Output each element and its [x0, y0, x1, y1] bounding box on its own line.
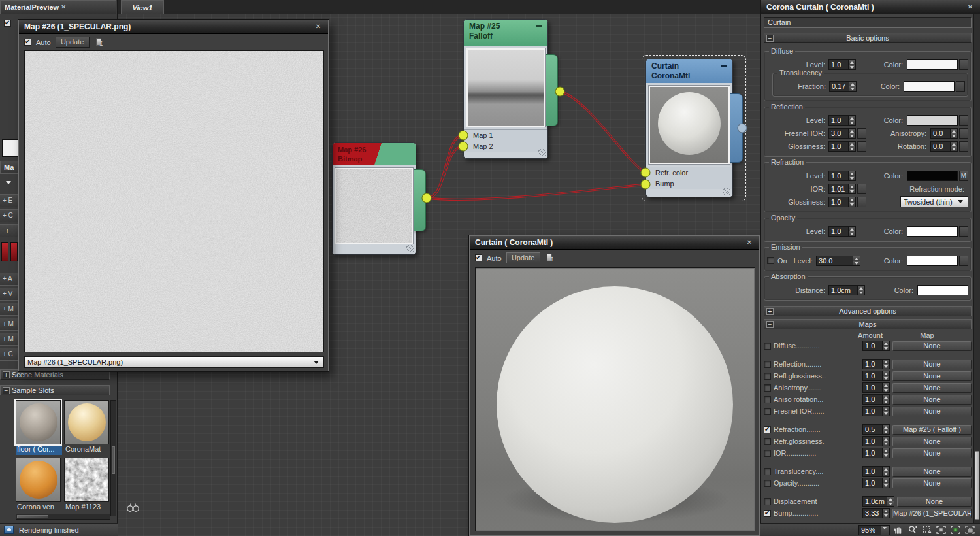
tab-view1[interactable]: View1 — [121, 0, 164, 14]
map-assign-button[interactable]: None — [897, 497, 972, 507]
zoom-region-icon[interactable] — [921, 525, 933, 535]
map-enable-checkbox[interactable] — [764, 343, 771, 350]
map-assign-button[interactable]: None — [892, 360, 972, 369]
pin-icon[interactable] — [94, 37, 103, 48]
minimize-icon[interactable] — [721, 65, 727, 67]
refraction-glossiness-spinner[interactable]: 1.0 — [828, 197, 856, 207]
tab-material-preview[interactable]: MaterialPreview — [0, 0, 116, 14]
sample-slot-corona-ven[interactable]: Corona ven — [16, 458, 62, 512]
parameter-panel-scrollbar[interactable] — [973, 14, 980, 523]
reflection-level-spinner[interactable]: 1.0 — [828, 115, 856, 126]
collapse-icon[interactable]: − — [3, 387, 10, 394]
map-enable-checkbox[interactable] — [764, 468, 771, 475]
auto-checkbox[interactable] — [24, 39, 31, 46]
minimize-icon[interactable] — [536, 25, 542, 27]
map-enable-checkbox[interactable] — [764, 373, 771, 380]
emission-level-spinner[interactable]: 30.0 — [816, 256, 860, 266]
node-map25-falloff[interactable]: Map #25 Falloff Map 1 Map 2 — [463, 19, 548, 159]
reflection-glossiness-spinner[interactable]: 1.0 — [828, 141, 856, 152]
sample-slot-thumbnail[interactable] — [16, 400, 61, 444]
sample-slots-rollout[interactable]: − Sample Slots — [0, 385, 110, 395]
basic-options-rollout[interactable]: − Basic options — [764, 33, 972, 43]
resize-grip-icon[interactable] — [538, 149, 546, 156]
refraction-ior-spinner[interactable]: 1.01 — [828, 184, 856, 194]
refraction-glossiness-map-button[interactable] — [857, 197, 866, 207]
preview-checkbox[interactable] — [4, 20, 11, 27]
reflection-glossiness-map-button[interactable] — [857, 141, 866, 152]
falloff-input-map2[interactable]: Map 2 — [464, 141, 547, 152]
map-assign-button[interactable]: Map #25 ( Falloff ) — [892, 425, 972, 435]
collapse-icon[interactable]: − — [766, 321, 774, 328]
bitmap-output-tab[interactable] — [413, 169, 426, 231]
map-assign-button[interactable]: None — [892, 467, 972, 477]
sample-slot-floor[interactable]: floor ( Cor... — [16, 400, 62, 455]
close-icon[interactable] — [314, 22, 323, 31]
map-assign-button[interactable]: None — [892, 448, 972, 458]
rotation-map-button[interactable] — [959, 141, 968, 152]
translucency-fraction-spinner[interactable]: 0.17 — [829, 81, 857, 92]
map-enable-checkbox[interactable] — [764, 510, 771, 517]
update-button[interactable]: Update — [506, 252, 540, 263]
parameter-panel-titlebar[interactable]: Corona Curtain ( CoronaMtl ) — [761, 0, 980, 14]
zoom-extents-selected-icon[interactable] — [949, 525, 962, 535]
resize-grip-icon[interactable] — [723, 188, 730, 195]
sample-slot-thumbnail[interactable] — [64, 458, 109, 502]
maps-rollout[interactable]: − Maps — [764, 319, 972, 329]
emission-color-map-button[interactable] — [959, 256, 968, 266]
map-amount-spinner[interactable]: 1.0 — [862, 394, 890, 405]
material-name-field[interactable]: Curtain — [764, 17, 972, 28]
fresnel-ior-map-button[interactable] — [857, 128, 866, 139]
slots-vertical-scrollbar[interactable] — [110, 400, 116, 516]
diffuse-color-map-button[interactable] — [959, 59, 968, 70]
map-assign-button[interactable]: None — [892, 478, 972, 488]
close-icon[interactable] — [966, 3, 975, 12]
zoom-extents-icon[interactable] — [935, 525, 947, 535]
map-enable-checkbox[interactable] — [764, 498, 771, 505]
map-amount-spinner[interactable]: 1.0 — [862, 436, 890, 446]
map-assign-button[interactable]: None — [892, 341, 972, 351]
color-swatch[interactable] — [2, 139, 20, 157]
curtain-input-bump[interactable]: Bump — [646, 178, 732, 189]
map-amount-spinner[interactable]: 1.0 — [862, 382, 890, 393]
curtain-input-refr-color[interactable]: Refr. color — [646, 167, 732, 178]
sample-slot-map1123[interactable]: Map #1123 — [64, 458, 110, 512]
absorption-color-swatch[interactable] — [917, 285, 968, 295]
map-amount-spinner[interactable]: 1.0cm — [862, 496, 894, 507]
advanced-options-rollout[interactable]: + Advanced options — [764, 306, 972, 316]
map-assign-button[interactable]: Map #26 (1_SPECULAR.png) — [892, 509, 972, 518]
emission-color-swatch[interactable] — [907, 256, 958, 266]
absorption-distance-spinner[interactable]: 1.0cm — [828, 285, 865, 295]
map-amount-spinner[interactable]: 1.0 — [862, 406, 890, 416]
falloff-input-map1[interactable]: Map 1 — [464, 129, 547, 141]
map-amount-spinner[interactable]: 1.0 — [862, 448, 890, 458]
map26-selector-dropdown[interactable]: Map #26 (1_SPECULAR.png) — [24, 356, 324, 368]
emission-on-checkbox[interactable] — [767, 257, 774, 264]
refraction-mode-dropdown[interactable]: Twosided (thin) — [900, 196, 968, 207]
rotation-spinner[interactable]: 0.0 — [930, 141, 958, 152]
map-amount-spinner[interactable]: 1.0 — [862, 359, 890, 369]
map-enable-checkbox[interactable] — [764, 450, 771, 457]
update-button[interactable]: Update — [56, 37, 90, 48]
diffuse-level-spinner[interactable]: 1.0 — [828, 59, 856, 70]
pan-hand-icon[interactable] — [892, 525, 904, 535]
map26-window-titlebar[interactable]: Map #26 (1_SPECULAR.png) — [19, 20, 328, 34]
sample-slot-thumbnail[interactable] — [64, 400, 109, 444]
map-enable-checkbox[interactable] — [764, 438, 771, 445]
zoom-icon[interactable] — [906, 525, 919, 535]
translucency-color-swatch[interactable] — [904, 81, 955, 92]
expand-icon[interactable]: + — [766, 308, 774, 315]
sample-slot-coronamat[interactable]: CoronaMat — [64, 400, 110, 455]
refraction-ior-map-button[interactable] — [857, 184, 866, 194]
resize-grip-icon[interactable] — [406, 245, 414, 252]
map26-parameter-window[interactable]: Map #26 (1_SPECULAR.png) Auto Update Map… — [18, 20, 329, 371]
dropdown-arrow-icon[interactable] — [6, 181, 11, 184]
curtain-window-titlebar[interactable]: Curtain ( CoronaMtl ) — [470, 236, 759, 250]
map-amount-spinner[interactable]: 1.0 — [862, 371, 890, 381]
map-assign-button[interactable]: None — [892, 395, 972, 405]
refraction-level-spinner[interactable]: 1.0 — [828, 171, 856, 181]
map-enable-checkbox[interactable] — [764, 384, 771, 392]
map-amount-spinner[interactable]: 3.33 — [862, 508, 890, 518]
refraction-color-swatch[interactable] — [907, 171, 958, 181]
close-icon[interactable] — [59, 3, 68, 12]
map-amount-spinner[interactable]: 1.0 — [862, 466, 890, 477]
